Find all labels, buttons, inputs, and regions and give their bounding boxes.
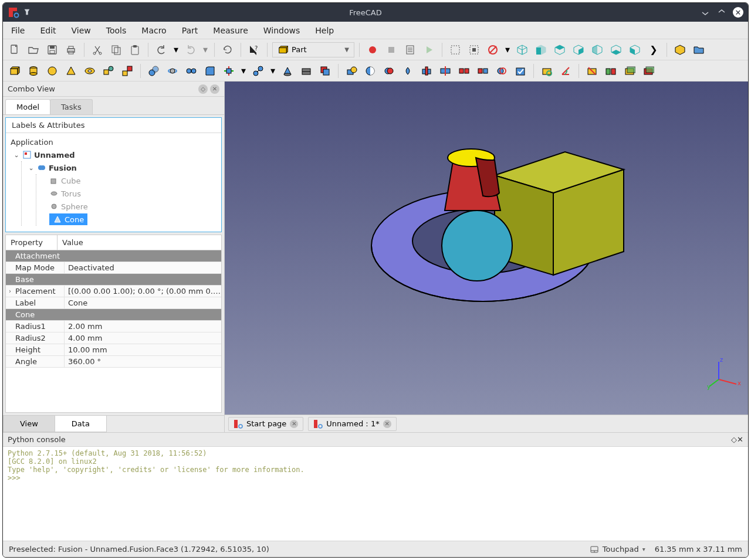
expand-icon[interactable]: › [6,288,14,294]
tree-item-torus[interactable]: Torus [38,187,219,200]
view-fit-icon[interactable] [447,42,464,58]
close-panel-icon[interactable]: ✕ [737,435,743,444]
view-right-icon[interactable] [570,42,587,58]
part-box-yellow-icon[interactable] [672,42,688,58]
doc-tab-start[interactable]: Start page ✕ [228,417,303,431]
tab-data[interactable]: Data [55,416,107,432]
macro-stop-icon[interactable] [383,42,400,58]
maximize-button[interactable] [716,7,727,18]
primitive-cylinder-icon[interactable] [25,63,42,79]
prop-row[interactable]: Height10.00 mm [6,344,221,356]
tree-fusion[interactable]: ⌄ Fusion [25,161,219,174]
view-rear-icon[interactable] [589,42,605,58]
part-split-2-icon[interactable] [456,63,472,79]
part-split-1-icon[interactable] [437,63,454,79]
view-overflow-icon[interactable]: ❯ [645,42,662,58]
refresh-icon[interactable] [219,42,236,58]
menu-measure[interactable]: Measure [213,26,248,35]
copy-icon[interactable] [108,42,124,58]
cut-boolean-icon[interactable] [362,63,378,79]
tab-model[interactable]: Model [5,99,50,114]
tree-item-cube[interactable]: Cube [38,174,219,187]
undo-icon[interactable] [153,42,170,58]
doc-tab-unnamed[interactable]: Unnamed : 1* ✕ [308,417,396,431]
draw-style-icon[interactable] [485,42,501,58]
prop-row[interactable]: LabelCone [6,297,221,309]
part-xor-icon[interactable] [493,63,510,79]
expand-icon[interactable]: ⌄ [28,164,35,172]
check-geometry-icon[interactable] [512,63,529,79]
expand-icon[interactable]: ⌄ [13,151,20,159]
3d-canvas[interactable]: x y z [225,82,748,415]
pin-icon[interactable] [23,8,31,18]
menu-edit[interactable]: Edit [40,26,56,35]
extrude-icon[interactable] [146,63,162,79]
draw-style-dropdown-icon[interactable]: ▾ [503,42,512,58]
view-bottom-icon[interactable] [608,42,624,58]
tree-document[interactable]: ⌄ Unnamed [11,148,219,161]
menu-part[interactable]: Part [182,26,198,35]
measure-angular-icon[interactable] [557,63,574,79]
menu-windows[interactable]: Windows [263,26,300,35]
measure-toggle-all-icon[interactable] [603,63,619,79]
whats-this-icon[interactable]: ? [246,42,262,58]
close-button[interactable]: ✕ [733,7,743,18]
paste-icon[interactable] [127,42,143,58]
save-icon[interactable] [44,42,60,58]
menu-tools[interactable]: Tools [106,26,127,35]
part-slice-icon[interactable] [475,63,491,79]
fillet-edge-icon[interactable] [250,63,266,79]
macro-play-icon[interactable] [421,42,437,58]
revolve-icon[interactable] [164,63,181,79]
macro-list-icon[interactable] [402,42,418,58]
part-join-icon[interactable] [418,63,435,79]
fillet-icon[interactable] [202,63,218,79]
part-axis-icon[interactable] [221,63,237,79]
close-tab-icon[interactable]: ✕ [290,420,298,428]
primitive-torus-icon[interactable] [82,63,98,79]
fuse-boolean-icon[interactable] [381,63,397,79]
prop-row[interactable]: Map ModeDeactivated [6,262,221,274]
menu-macro[interactable]: Macro [141,26,166,35]
prop-row[interactable]: ›Placement[(0.00 0.00 1.00); 0.00 °; (0.… [6,286,221,297]
minimize-button[interactable] [700,7,711,18]
tab-view[interactable]: View [3,416,55,432]
console-body[interactable]: Python 2.7.15+ (default, Aug 31 2018, 11… [3,447,748,541]
menu-file[interactable]: File [11,26,25,35]
tree-root[interactable]: Application [8,135,219,148]
primitive-cone-icon[interactable] [63,63,79,79]
print-icon[interactable] [63,42,79,58]
tree-item-sphere[interactable]: Sphere [38,200,219,213]
boolean-icon[interactable] [343,63,360,79]
undock-icon[interactable]: ◇ [731,435,737,444]
menu-view[interactable]: View [72,26,91,35]
nav-style[interactable]: Touchpad ▾ [590,545,645,554]
measure-toggle-3d-icon[interactable] [621,63,638,79]
fillet-dropdown-icon[interactable]: ▾ [269,63,277,79]
shape-builder-icon[interactable] [119,63,136,79]
common-boolean-icon[interactable] [400,63,416,79]
close-panel-icon[interactable]: ✕ [210,84,219,94]
menu-help[interactable]: Help [315,26,334,35]
view-front-icon[interactable] [533,42,549,58]
undo-dropdown-icon[interactable]: ▾ [172,42,180,58]
loft-icon[interactable] [279,63,296,79]
measure-clear-icon[interactable] [584,63,600,79]
measure-toggle-delta-icon[interactable] [640,63,657,79]
offset-icon[interactable] [317,63,333,79]
sweep-icon[interactable] [298,63,314,79]
prop-row[interactable]: Radius12.00 mm [6,321,221,332]
redo-dropdown-icon[interactable]: ▾ [201,42,209,58]
primitive-prims-icon[interactable] [100,63,117,79]
view-top-icon[interactable] [552,42,568,58]
macro-record-icon[interactable] [364,42,381,58]
primitive-sphere-icon[interactable] [44,63,60,79]
open-folder-blue-icon[interactable] [691,42,707,58]
view-left-icon[interactable] [627,42,643,58]
tab-tasks[interactable]: Tasks [50,99,93,114]
prop-row[interactable]: Angle360.00 ° [6,356,221,368]
open-file-icon[interactable] [25,42,42,58]
view-fit-selection-icon[interactable] [466,42,482,58]
primitive-box-icon[interactable] [6,63,23,79]
new-file-icon[interactable] [6,42,23,58]
